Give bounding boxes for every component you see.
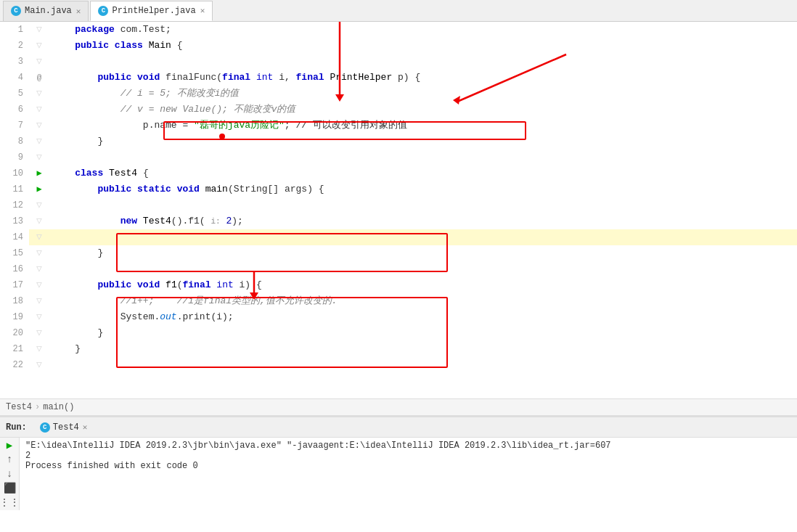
gutter-icon: ▽ bbox=[29, 357, 49, 373]
code-line-content bbox=[49, 357, 797, 373]
code-line-content bbox=[49, 229, 797, 245]
layout-button[interactable]: ⋮⋮ bbox=[1, 496, 17, 509]
run-gutter-icon[interactable]: ▶ bbox=[36, 181, 41, 197]
code-row: 4@ public void finalFunc(final int i, fi… bbox=[0, 70, 797, 86]
code-line-content: class Test4 { bbox=[49, 165, 797, 181]
code-line-content: System.out.print(i); bbox=[49, 309, 797, 325]
code-editor[interactable]: 1▽ package com.Test;2▽ public class Main… bbox=[0, 22, 797, 373]
run-panel-tab-close[interactable]: ✕ bbox=[83, 422, 88, 432]
code-row: 10▶ class Test4 { bbox=[0, 165, 797, 181]
code-row: 14▽ bbox=[0, 229, 797, 245]
line-number: 3 bbox=[0, 54, 29, 70]
tab-main[interactable]: C Main.java ✕ bbox=[3, 1, 89, 21]
empty-gutter: ▽ bbox=[36, 325, 42, 341]
code-line-content: p.name = "磊哥的java历险记"; // 可以改变引用对象的值 bbox=[49, 118, 797, 134]
gutter-icon: ▽ bbox=[29, 54, 49, 70]
empty-gutter: ▽ bbox=[36, 309, 42, 325]
line-number: 21 bbox=[0, 341, 29, 357]
line-number: 5 bbox=[0, 86, 29, 102]
run-panel-content: "E:\idea\IntelliJ IDEA 2019.2.3\jbr\bin\… bbox=[20, 438, 797, 510]
scroll-up-button[interactable]: ↑ bbox=[1, 454, 17, 467]
run-panel-label: Run: bbox=[6, 422, 27, 433]
run-gutter-icon[interactable]: ▶ bbox=[36, 165, 41, 181]
code-row: 18▽ //i++; //i是final类型的,值不允许改变的. bbox=[0, 293, 797, 309]
run-output-line: 2 bbox=[25, 451, 791, 461]
code-line-content: package com.Test; bbox=[49, 22, 797, 38]
line-number: 13 bbox=[0, 213, 29, 229]
line-number: 12 bbox=[0, 197, 29, 213]
empty-gutter: ▽ bbox=[36, 150, 42, 165]
line-number: 17 bbox=[0, 277, 29, 293]
gutter-icon: ▽ bbox=[29, 309, 49, 325]
gutter-icon: ▽ bbox=[29, 277, 49, 293]
scroll-down-button[interactable]: ↓ bbox=[1, 467, 17, 480]
code-row: 9▽ bbox=[0, 150, 797, 165]
empty-gutter: ▽ bbox=[36, 213, 42, 229]
code-line-content: // i = 5; 不能改变i的值 bbox=[49, 86, 797, 102]
gutter-icon: ▶ bbox=[29, 165, 49, 181]
gutter-icon: ▽ bbox=[29, 261, 49, 277]
code-row: 6▽ // v = new Value(); 不能改变v的值 bbox=[0, 102, 797, 118]
gutter-icon: ▽ bbox=[29, 213, 49, 229]
code-row: 3▽ bbox=[0, 54, 797, 70]
breadcrumb-part2: main() bbox=[43, 402, 74, 412]
code-row: 22▽ bbox=[0, 357, 797, 373]
empty-gutter: ▽ bbox=[36, 341, 42, 357]
gutter-icon: ▽ bbox=[29, 22, 49, 38]
gutter-icon: ▽ bbox=[29, 38, 49, 54]
code-row: 7▽ p.name = "磊哥的java历险记"; // 可以改变引用对象的值 bbox=[0, 118, 797, 134]
gutter-icon: ▽ bbox=[29, 118, 49, 134]
run-button[interactable]: ▶ bbox=[1, 439, 17, 452]
empty-gutter: ▽ bbox=[36, 54, 42, 70]
editor-container: C Main.java ✕ C PrintHelper.java ✕ 1▽ pa… bbox=[0, 0, 797, 510]
empty-gutter: ▽ bbox=[36, 293, 42, 309]
line-number: 9 bbox=[0, 150, 29, 165]
stop-button[interactable]: ⬛ bbox=[1, 482, 17, 495]
tab-bar: C Main.java ✕ C PrintHelper.java ✕ bbox=[0, 0, 797, 22]
tab-printhelper[interactable]: C PrintHelper.java ✕ bbox=[90, 1, 213, 21]
run-panel-toolbar: ▶ ↑ ↓ ⬛ ⋮⋮ bbox=[0, 438, 20, 510]
gutter-icon: ▽ bbox=[29, 134, 49, 150]
gutter-icon: ▽ bbox=[29, 102, 49, 118]
gutter-icon: ▶ bbox=[29, 181, 49, 197]
run-panel-header: Run: C Test4 ✕ bbox=[0, 417, 797, 438]
tab-printhelper-icon: C bbox=[98, 6, 108, 16]
gutter-icon: ▽ bbox=[29, 245, 49, 261]
empty-gutter: ▽ bbox=[36, 22, 42, 38]
code-row: 13▽ new Test4().f1( i: 2); bbox=[0, 213, 797, 229]
gutter-icon: ▽ bbox=[29, 229, 49, 245]
gutter-icon: @ bbox=[29, 70, 49, 86]
code-overlay-container: 1▽ package com.Test;2▽ public class Main… bbox=[0, 22, 797, 398]
tab-printhelper-close[interactable]: ✕ bbox=[200, 6, 205, 15]
code-row: 2▽ public class Main { bbox=[0, 38, 797, 54]
code-row: 5▽ // i = 5; 不能改变i的值 bbox=[0, 86, 797, 102]
empty-gutter: ▽ bbox=[36, 86, 42, 102]
code-line-content: public void finalFunc(final int i, final… bbox=[49, 70, 797, 86]
run-panel-tab[interactable]: C Test4 ✕ bbox=[34, 421, 94, 434]
gutter-icon: ▽ bbox=[29, 341, 49, 357]
breadcrumb-part1: Test4 bbox=[6, 402, 32, 412]
empty-gutter: ▽ bbox=[36, 245, 42, 261]
gutter-icon: ▽ bbox=[29, 293, 49, 309]
tab-main-close[interactable]: ✕ bbox=[76, 7, 81, 16]
code-line-content: // v = new Value(); 不能改变v的值 bbox=[49, 102, 797, 118]
line-number: 19 bbox=[0, 309, 29, 325]
run-panel-tab-icon: C bbox=[40, 422, 50, 433]
run-output-line: "E:\idea\IntelliJ IDEA 2019.2.3\jbr\bin\… bbox=[25, 441, 791, 451]
code-row: 21▽ } bbox=[0, 341, 797, 357]
code-row: 17▽ public void f1(final int i) { bbox=[0, 277, 797, 293]
line-number: 22 bbox=[0, 357, 29, 373]
empty-gutter: ▽ bbox=[36, 134, 42, 150]
empty-gutter: ▽ bbox=[36, 261, 42, 277]
line-number: 14 bbox=[0, 229, 29, 245]
code-line-content: public class Main { bbox=[49, 38, 797, 54]
tab-main-label: Main.java bbox=[25, 6, 72, 16]
line-number: 18 bbox=[0, 293, 29, 309]
line-number: 1 bbox=[0, 22, 29, 38]
line-number: 16 bbox=[0, 261, 29, 277]
code-row: 19▽ System.out.print(i); bbox=[0, 309, 797, 325]
code-line-content: //i++; //i是final类型的,值不允许改变的. bbox=[49, 293, 797, 309]
line-number: 11 bbox=[0, 181, 29, 197]
code-row: 12▽ bbox=[0, 197, 797, 213]
code-line-content: public void f1(final int i) { bbox=[49, 277, 797, 293]
